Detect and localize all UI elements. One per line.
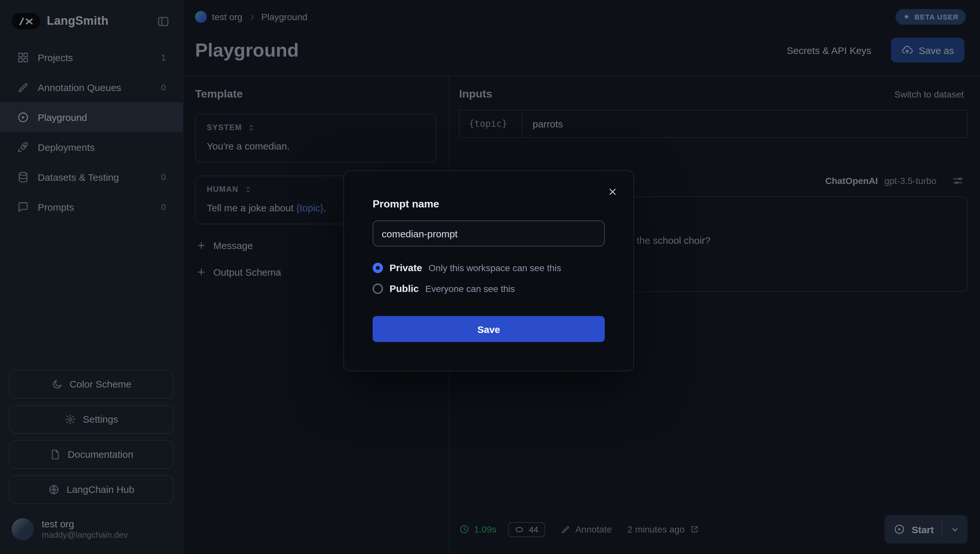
private-description: Only this workspace can see this bbox=[428, 263, 561, 273]
private-option[interactable]: Private Only this workspace can see this bbox=[372, 262, 605, 273]
public-radio[interactable] bbox=[372, 283, 383, 294]
close-button[interactable] bbox=[605, 184, 620, 200]
private-label: Private bbox=[390, 262, 422, 273]
save-prompt-dialog: Prompt name Private Only this workspace … bbox=[344, 170, 634, 371]
prompt-name-input[interactable] bbox=[372, 220, 605, 247]
public-label: Public bbox=[390, 283, 419, 294]
private-radio[interactable] bbox=[372, 263, 383, 273]
modal-save-button[interactable]: Save bbox=[372, 316, 605, 342]
public-description: Everyone can see this bbox=[425, 283, 515, 294]
close-icon bbox=[608, 186, 618, 197]
public-option[interactable]: Public Everyone can see this bbox=[372, 283, 605, 294]
prompt-name-label: Prompt name bbox=[372, 198, 605, 210]
screen: LangSmith bbox=[0, 0, 980, 554]
visibility-options: Private Only this workspace can see this… bbox=[372, 262, 605, 294]
